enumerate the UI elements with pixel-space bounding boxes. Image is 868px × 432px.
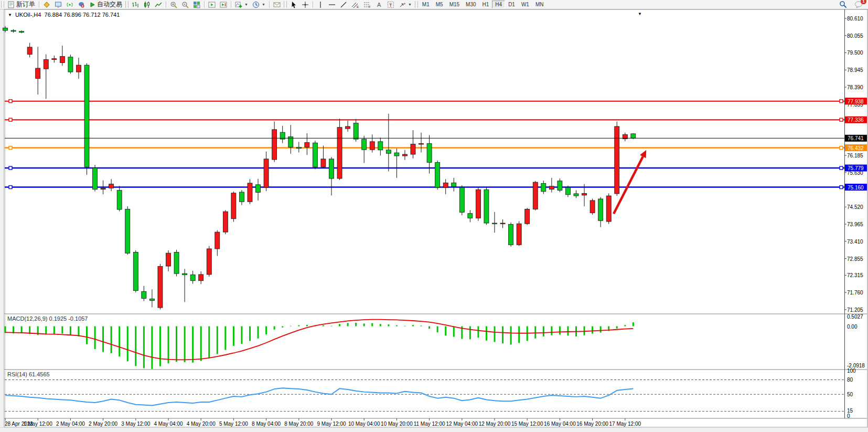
candle <box>93 168 98 189</box>
line-handle[interactable] <box>840 118 843 121</box>
chart-symbol-period: UKOil-,H4 <box>15 12 41 18</box>
collapse-triangle-icon[interactable]: ▼ <box>8 13 12 17</box>
crosshair-button[interactable] <box>299 0 311 9</box>
price-tick-label: 71.760 <box>847 290 863 296</box>
zoom-out-button[interactable] <box>179 0 191 9</box>
line-handle[interactable] <box>840 186 843 189</box>
price-tick-label: 71.205 <box>847 307 863 313</box>
line-handle[interactable] <box>9 186 12 189</box>
price-tick-label: 78.945 <box>847 67 863 73</box>
candle <box>329 159 334 178</box>
candle <box>541 183 546 191</box>
bar-chart-button[interactable] <box>130 0 141 9</box>
bar-chart-icon <box>132 1 139 8</box>
candle <box>517 224 521 245</box>
chevron-down-icon: ▼ <box>408 3 412 6</box>
line-handle[interactable] <box>9 146 12 150</box>
search-button[interactable] <box>837 0 849 9</box>
toolbar-grip[interactable] <box>125 1 128 8</box>
auto-scroll-button[interactable] <box>218 0 229 9</box>
tile-windows-button[interactable] <box>191 0 202 9</box>
timeframe-button-d1[interactable]: D1 <box>505 1 518 8</box>
line-handle[interactable] <box>840 100 843 103</box>
timeframe-button-w1[interactable]: W1 <box>518 1 532 8</box>
candle <box>582 193 587 195</box>
line-chart-button[interactable] <box>153 0 164 9</box>
fibonacci-button[interactable]: F <box>361 0 373 9</box>
vertical-line-icon <box>317 1 324 8</box>
toolbar-grip[interactable] <box>284 1 287 8</box>
candle <box>427 143 432 162</box>
line-handle[interactable] <box>9 166 12 170</box>
mail-button[interactable] <box>271 0 283 9</box>
price-tick-label: 80.055 <box>847 33 863 39</box>
auto-trading-button[interactable]: 自动交易 <box>87 0 124 9</box>
periods-button[interactable]: ▼ <box>250 0 267 9</box>
toolbar-grip[interactable] <box>415 1 418 8</box>
candle <box>313 143 317 167</box>
candle <box>76 65 81 72</box>
monitor-button[interactable] <box>52 0 64 9</box>
candle <box>411 144 415 154</box>
timeframe-button-m5[interactable]: M5 <box>433 1 446 8</box>
separator <box>313 1 313 8</box>
signal-button[interactable] <box>64 0 76 9</box>
channel-button[interactable]: E <box>349 0 361 9</box>
line-handle[interactable] <box>9 118 12 121</box>
candle <box>346 127 350 129</box>
timeframe-button-m1[interactable]: M1 <box>419 1 433 8</box>
price-tick-label: 74.520 <box>847 204 863 210</box>
candlestick-button[interactable] <box>141 0 153 9</box>
candle <box>44 59 48 69</box>
zoom-in-icon <box>170 1 177 8</box>
chart-window-frame <box>4 9 867 427</box>
line-handle[interactable] <box>9 100 12 103</box>
vertical-line-button[interactable] <box>315 0 326 9</box>
svg-text:T: T <box>389 2 392 7</box>
arrows-button[interactable]: ▼ <box>397 0 414 9</box>
candle <box>509 224 513 245</box>
candle <box>174 252 179 273</box>
auto-scroll-icon <box>220 1 227 8</box>
chevron-down-icon: ▼ <box>262 3 265 6</box>
candle <box>305 143 309 147</box>
horizontal-line-button[interactable] <box>326 0 338 9</box>
chart-shift-button[interactable] <box>206 0 218 9</box>
candle <box>362 139 367 150</box>
candle <box>11 30 16 31</box>
candle <box>492 223 497 224</box>
candle <box>60 57 65 63</box>
chart-canvas[interactable]: 80.61080.05579.50078.94578.39077.83576.1… <box>0 9 868 427</box>
trendline-button[interactable] <box>338 0 349 9</box>
price-tag-label: 75.160 <box>848 185 864 191</box>
candle <box>468 214 473 218</box>
toolbar-grip[interactable] <box>1 1 4 8</box>
rsi-axis-label: 50 <box>847 392 853 397</box>
candle <box>142 291 146 298</box>
timeframe-button-m30[interactable]: M30 <box>463 1 479 8</box>
separator <box>166 1 166 8</box>
label-button[interactable]: T <box>385 0 397 9</box>
time-tick-label: 4 May 20:00 <box>187 421 216 427</box>
macd-axis-label: 0.00 <box>847 324 858 330</box>
zoom-in-button[interactable] <box>168 0 179 9</box>
candle <box>452 183 456 186</box>
candle <box>476 189 480 218</box>
line-handle[interactable] <box>840 146 843 150</box>
macd-label: MACD(12,26,9) 0.1925 -0.1057 <box>7 315 88 322</box>
indicators-button[interactable]: ▼ <box>233 0 250 9</box>
diamond-button[interactable] <box>41 0 52 9</box>
zoom-out-icon <box>181 1 189 8</box>
text-button[interactable]: A <box>373 0 385 9</box>
timeframe-button-h4[interactable]: H4 <box>492 1 505 8</box>
notifications-button[interactable]: 1 <box>852 0 865 9</box>
tick-chart-button[interactable] <box>76 0 87 9</box>
new-order-button[interactable]: 新订单 <box>5 0 37 9</box>
timeframe-button-mn[interactable]: MN <box>532 1 547 8</box>
chart-window[interactable]: 80.61080.05579.50078.94578.39077.83576.1… <box>0 9 868 427</box>
price-tick-label: 79.500 <box>847 50 863 56</box>
line-handle[interactable] <box>840 166 843 170</box>
cursor-button[interactable] <box>288 0 299 9</box>
timeframe-button-h1[interactable]: H1 <box>479 1 492 8</box>
timeframe-button-m15[interactable]: M15 <box>446 1 463 8</box>
